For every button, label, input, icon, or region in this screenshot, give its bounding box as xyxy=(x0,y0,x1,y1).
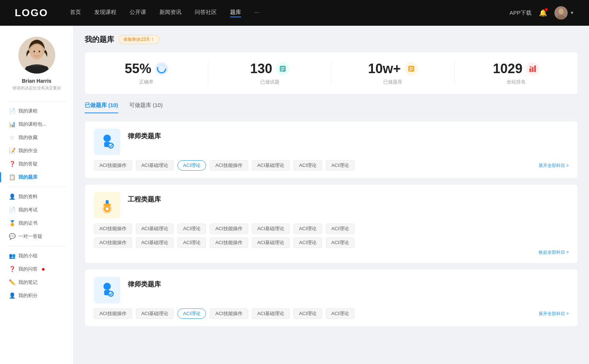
bank-card-lawyer-2-title: 律师类题库 xyxy=(128,277,569,289)
tag-lawyer2-6[interactable]: ACI理论 xyxy=(326,308,355,319)
svg-rect-19 xyxy=(409,70,412,71)
sidebar-item-profile[interactable]: 👤 我的资料 xyxy=(0,190,73,203)
svg-point-32 xyxy=(103,283,111,290)
done-questions-icon xyxy=(276,62,289,75)
tag-lawyer1-4[interactable]: ACI基础理论 xyxy=(252,160,290,171)
stat-done-banks-value-row: 10w+ xyxy=(339,61,447,76)
tag-lawyer1-6[interactable]: ACI理论 xyxy=(326,160,355,171)
svg-point-6 xyxy=(30,45,43,60)
app-download-btn[interactable]: APP下载 xyxy=(509,10,532,17)
stat-rank-value-row: 1029 xyxy=(462,61,570,76)
rank-icon xyxy=(526,62,539,75)
questionbank-icon: 📋 xyxy=(9,174,15,181)
notes-icon: ✏️ xyxy=(9,279,15,286)
stat-rank-value: 1029 xyxy=(493,61,522,76)
tag-lawyer1-3[interactable]: ACI技能操作 xyxy=(210,160,248,171)
tag-lawyer1-5[interactable]: ACI理论 xyxy=(293,160,322,171)
stat-accuracy-value: 55% xyxy=(125,61,151,76)
sidebar-item-favorites[interactable]: ☆ 我的收藏 xyxy=(0,131,73,144)
bank-card-lawyer-2-info: 律师类题库 xyxy=(128,277,569,289)
bell-icon[interactable]: 🔔 xyxy=(539,9,547,17)
tag-lawyer2-2[interactable]: ACI理论 xyxy=(177,308,206,319)
bank-card-engineer-footer: 收起全部科目 > xyxy=(94,249,569,256)
navbar-right: APP下载 🔔 ▼ xyxy=(509,6,574,19)
sidebar-item-points[interactable]: 👤 我的积分 xyxy=(0,289,73,302)
bank-card-lawyer-1-title: 律师类题库 xyxy=(128,129,569,140)
bank-card-engineer-tags-row2: ACI技能操作 ACI基础理论 ACI理论 ACI技能操作 ACI基础理论 AC… xyxy=(94,238,569,248)
tag-eng-ex-3[interactable]: ACI技能操作 xyxy=(210,238,248,248)
bank-card-engineer: 工程类题库 ACI技能操作 ACI基础理论 ACI理论 ACI技能操作 ACI基… xyxy=(85,184,578,263)
navbar: LOGO 首页 发现课程 公开课 新闻资讯 问答社区 题库 ··· APP下载 … xyxy=(0,0,589,26)
nav-discover[interactable]: 发现课程 xyxy=(94,9,116,17)
tab-available-banks[interactable]: 可做题库 (10) xyxy=(129,102,163,113)
tag-eng-ex-0[interactable]: ACI技能操作 xyxy=(94,238,132,248)
tag-lawyer2-1[interactable]: ACI基础理论 xyxy=(136,308,174,319)
tag-lawyer1-0[interactable]: ACI技能操作 xyxy=(94,160,132,171)
bank-card-lawyer-1-info: 律师类题库 xyxy=(128,129,569,140)
profile-avatar xyxy=(18,37,55,74)
bank-card-engineer-info: 工程类题库 xyxy=(128,192,569,204)
tag-lawyer2-5[interactable]: ACI理论 xyxy=(293,308,322,319)
expand-lawyer2[interactable]: 展开全部科目 > xyxy=(539,311,569,317)
bank-card-lawyer-2: 律师类题库 ACI技能操作 ACI基础理论 ACI理论 ACI技能操作 ACI基… xyxy=(85,269,578,326)
tag-eng-ex-6[interactable]: ACI理论 xyxy=(326,238,355,248)
bank-card-lawyer-2-tags: ACI技能操作 ACI基础理论 ACI理论 ACI技能操作 ACI基础理论 AC… xyxy=(94,308,569,319)
sidebar-item-coursepack[interactable]: 📊 我的课程包... xyxy=(0,118,73,131)
tag-eng-ex-1[interactable]: ACI基础理论 xyxy=(136,238,174,248)
svg-rect-15 xyxy=(281,70,283,71)
tag-lawyer2-4[interactable]: ACI基础理论 xyxy=(252,308,290,319)
sidebar-item-qa[interactable]: ❓ 我的答疑 xyxy=(0,157,73,171)
tag-eng-4[interactable]: ACI基础理论 xyxy=(252,224,290,234)
sidebar-item-notes[interactable]: ✏️ 我的笔记 xyxy=(0,276,73,289)
tag-eng-ex-2[interactable]: ACI理论 xyxy=(177,238,206,248)
sidebar-item-myqa[interactable]: ❓ 我的问答 xyxy=(0,263,73,276)
sidebar-item-exam[interactable]: 📄 我的考试 xyxy=(0,203,73,217)
svg-point-35 xyxy=(109,292,113,296)
tag-eng-2[interactable]: ACI理论 xyxy=(177,224,206,234)
stat-done-banks-label: 已做题库 xyxy=(339,79,447,85)
sidebar-divider-1 xyxy=(7,101,66,101)
stat-accuracy: 55% 正确率 xyxy=(85,61,208,85)
svg-rect-14 xyxy=(281,69,285,69)
tag-eng-ex-5[interactable]: ACI理论 xyxy=(293,238,322,248)
nav-qa[interactable]: 问答社区 xyxy=(195,9,217,17)
star-icon: ☆ xyxy=(9,134,15,141)
tag-lawyer2-0[interactable]: ACI技能操作 xyxy=(94,308,132,319)
collapse-engineer[interactable]: 收起全部科目 > xyxy=(539,249,569,256)
sidebar-item-homework[interactable]: 📝 我的作业 xyxy=(0,144,73,157)
tag-eng-ex-4[interactable]: ACI基础理论 xyxy=(252,238,290,248)
nav-more[interactable]: ··· xyxy=(254,9,259,17)
nav-questionbank[interactable]: 题库 xyxy=(230,9,241,17)
svg-rect-20 xyxy=(529,68,531,72)
nav-home[interactable]: 首页 xyxy=(70,9,81,17)
coursepack-icon: 📊 xyxy=(9,121,15,128)
svg-point-23 xyxy=(103,135,111,142)
sidebar-item-certificate[interactable]: 🏅 我的证书 xyxy=(0,217,73,230)
tab-done-banks[interactable]: 已做题库 (10) xyxy=(85,102,118,113)
tag-eng-6[interactable]: ACI理论 xyxy=(326,224,355,234)
tag-lawyer1-1[interactable]: ACI基础理论 xyxy=(136,160,174,171)
sidebar-item-questionbank[interactable]: 📋 我的题库 xyxy=(0,171,73,184)
bank-card-lawyer-1-header: 律师类题库 xyxy=(94,129,569,155)
qa-icon: ❓ xyxy=(9,161,15,167)
nav-news[interactable]: 新闻资讯 xyxy=(159,9,181,17)
tag-lawyer2-3[interactable]: ACI技能操作 xyxy=(210,308,248,319)
expand-lawyer1[interactable]: 展开全部科目 > xyxy=(539,163,569,169)
sidebar-item-course[interactable]: 📄 我的课程 xyxy=(0,104,73,118)
tag-eng-0[interactable]: ACI技能操作 xyxy=(94,224,132,234)
sidebar-item-tutoring[interactable]: 💬 一对一答疑 xyxy=(0,230,73,243)
svg-rect-21 xyxy=(532,67,534,72)
sidebar-divider-3 xyxy=(7,246,66,246)
lawyer-icon-1 xyxy=(94,129,120,155)
user-avatar-menu[interactable]: ▼ xyxy=(554,6,574,19)
profile-motto: 错误的决定比没有决定要好 xyxy=(9,85,65,91)
stat-done-questions-value-row: 130 xyxy=(216,61,324,76)
homework-icon: 📝 xyxy=(9,147,15,154)
stat-accuracy-value-row: 55% xyxy=(92,61,201,76)
nav-opencourse[interactable]: 公开课 xyxy=(130,9,146,17)
tag-eng-5[interactable]: ACI理论 xyxy=(293,224,322,234)
tag-eng-1[interactable]: ACI基础理论 xyxy=(136,224,174,234)
sidebar-item-group[interactable]: 👥 我的小组 xyxy=(0,249,73,263)
tag-eng-3[interactable]: ACI技能操作 xyxy=(210,224,248,234)
tag-lawyer1-2[interactable]: ACI理论 xyxy=(177,160,206,171)
